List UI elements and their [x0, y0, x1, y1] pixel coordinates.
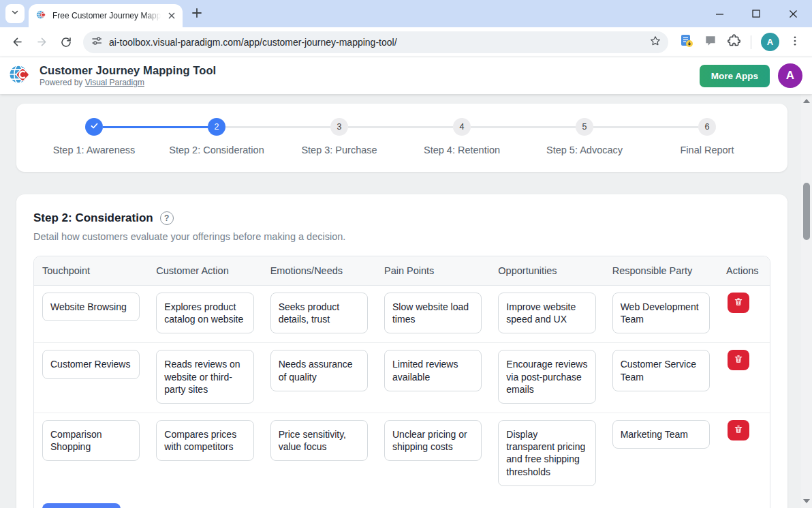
- touchpoint-input[interactable]: Customer Reviews: [42, 350, 140, 378]
- extensions-puzzle-icon[interactable]: [727, 33, 741, 50]
- emotions-needs-input[interactable]: Needs assurance of quality: [270, 350, 368, 391]
- section-description: Detail how customers evaluate your offer…: [33, 231, 770, 242]
- toolbar-extensions: A: [675, 33, 805, 51]
- customer-action-input[interactable]: Explores product catalog on website: [156, 293, 253, 333]
- bookmark-star-icon[interactable]: [649, 35, 661, 50]
- new-tab-button[interactable]: [188, 4, 206, 22]
- user-avatar[interactable]: A: [778, 63, 802, 88]
- help-icon[interactable]: ?: [160, 211, 174, 225]
- step-5-circle[interactable]: 5: [576, 118, 593, 136]
- column-header-emotions-needs: Emotions/Needs: [262, 256, 376, 285]
- column-header-responsible-party: Responsible Party: [604, 256, 718, 285]
- browser-titlebar: Free Customer Journey Mapping: [0, 0, 812, 27]
- pain-points-input[interactable]: Slow website load times: [384, 293, 482, 333]
- journey-table: Touchpoint Customer Action Emotions/Need…: [33, 256, 770, 508]
- opportunities-input[interactable]: Improve website speed and UX: [498, 293, 595, 333]
- check-icon: [90, 121, 99, 132]
- scrollbar-thumb[interactable]: [803, 183, 810, 240]
- toolbar-separator: [751, 35, 751, 49]
- window-close-icon[interactable]: [785, 5, 801, 22]
- emotions-needs-input[interactable]: Price sensitivity, value focus: [270, 420, 368, 461]
- pain-points-input[interactable]: Unclear pricing or shipping costs: [384, 420, 482, 461]
- pain-points-input[interactable]: Limited reviews available: [384, 350, 482, 391]
- step-connector-2: [225, 126, 330, 128]
- step-6-circle[interactable]: 6: [698, 118, 716, 136]
- trash-icon: [734, 297, 743, 309]
- step-label-final-report[interactable]: Final Report: [646, 145, 768, 155]
- touchpoint-input[interactable]: Comparison Shopping: [42, 420, 140, 461]
- visual-paradigm-link[interactable]: Visual Paradigm: [85, 78, 144, 87]
- step-connector-1: [103, 126, 208, 128]
- scroll-down-icon[interactable]: [801, 496, 812, 507]
- column-header-actions: Actions: [718, 256, 770, 285]
- trash-icon: [734, 424, 743, 436]
- browser-toolbar: ai-toolbox.visual-paradigm.com/app/custo…: [0, 27, 812, 57]
- step-label-retention[interactable]: Step 4: Retention: [401, 145, 523, 155]
- step-1-circle[interactable]: [85, 118, 103, 136]
- step-label-purchase[interactable]: Step 3: Purchase: [278, 145, 401, 155]
- customer-action-input[interactable]: Reads reviews on website or third-party …: [156, 350, 253, 404]
- window-controls: [711, 0, 807, 27]
- step-connector-3: [348, 126, 453, 128]
- responsible-party-input[interactable]: Web Development Team: [612, 293, 710, 333]
- opportunities-input[interactable]: Encourage reviews via post-purchase emai…: [498, 350, 595, 404]
- minimize-icon[interactable]: [711, 5, 728, 22]
- stepper-card: 2 3 4 5 6 Step 1: Awareness Step 2: Cons…: [16, 104, 787, 172]
- step-2-section: Step 2: Consideration ? Detail how custo…: [16, 194, 787, 508]
- url-bar[interactable]: ai-toolbox.visual-paradigm.com/app/custo…: [83, 31, 668, 53]
- column-header-opportunities: Opportunities: [490, 256, 604, 285]
- step-label-awareness[interactable]: Step 1: Awareness: [33, 145, 155, 155]
- vp-logo-icon: [7, 61, 33, 90]
- table-header-row: Touchpoint Customer Action Emotions/Need…: [34, 256, 770, 286]
- chevron-down-icon: [10, 8, 20, 20]
- site-settings-tune-icon[interactable]: [91, 35, 102, 49]
- scroll-up-icon[interactable]: [801, 95, 812, 106]
- delete-row-button[interactable]: [728, 293, 749, 313]
- column-header-pain-points: Pain Points: [376, 256, 490, 285]
- step-2-circle[interactable]: 2: [208, 118, 225, 136]
- maximize-icon[interactable]: [748, 5, 764, 22]
- reload-icon[interactable]: [56, 32, 76, 53]
- delete-row-button[interactable]: [728, 420, 749, 440]
- app-header: Customer Journey Mapping Tool Powered by…: [0, 57, 812, 94]
- column-header-customer-action: Customer Action: [148, 256, 262, 285]
- opportunities-input[interactable]: Display transparent pricing and free shi…: [498, 420, 595, 486]
- step-label-advocacy[interactable]: Step 5: Advocacy: [523, 145, 646, 155]
- document-download-icon[interactable]: [679, 33, 694, 51]
- step-4-circle[interactable]: 4: [453, 118, 471, 136]
- step-3-circle[interactable]: 3: [330, 118, 348, 136]
- more-apps-button[interactable]: More Apps: [700, 65, 770, 87]
- responsible-party-input[interactable]: Customer Service Team: [612, 350, 710, 391]
- url-text[interactable]: ai-toolbox.visual-paradigm.com/app/custo…: [109, 37, 642, 48]
- step-connector-5: [593, 126, 698, 128]
- chat-bubble-icon[interactable]: [704, 34, 717, 50]
- emotions-needs-input[interactable]: Seeks product details, trust: [270, 293, 368, 333]
- add-row-button[interactable]: + Add Row: [42, 503, 121, 508]
- delete-row-button[interactable]: [728, 350, 749, 370]
- page-viewport: 2 3 4 5 6 Step 1: Awareness Step 2: Cons…: [0, 94, 812, 508]
- back-icon[interactable]: [7, 32, 27, 53]
- page-scrollbar[interactable]: [801, 94, 812, 508]
- table-row: Website Browsing Explores product catalo…: [34, 286, 770, 343]
- trash-icon: [734, 354, 743, 366]
- brand: Customer Journey Mapping Tool Powered by…: [7, 61, 216, 90]
- browser-profile-avatar[interactable]: A: [761, 33, 779, 51]
- page-title: Customer Journey Mapping Tool: [40, 64, 216, 77]
- table-row: Comparison Shopping Compares prices with…: [34, 413, 770, 495]
- step-label-consideration[interactable]: Step 2: Consideration: [155, 145, 278, 155]
- section-title: Step 2: Consideration: [33, 211, 153, 225]
- column-header-touchpoint: Touchpoint: [34, 256, 148, 285]
- browser-tab[interactable]: Free Customer Journey Mapping: [29, 4, 183, 27]
- touchpoint-input[interactable]: Website Browsing: [42, 293, 140, 321]
- powered-by-text: Powered by: [40, 78, 82, 87]
- responsible-party-input[interactable]: Marketing Team: [612, 420, 710, 449]
- favicon-vp-logo-icon: [35, 9, 47, 23]
- customer-action-input[interactable]: Compares prices with competitors: [156, 420, 253, 461]
- table-row: Customer Reviews Reads reviews on websit…: [34, 343, 770, 413]
- stepper-track: 2 3 4 5 6: [16, 118, 787, 136]
- tab-title: Free Customer Journey Mapping: [52, 11, 161, 20]
- tab-search-button[interactable]: [5, 4, 25, 23]
- menu-kebab-icon[interactable]: [789, 35, 801, 50]
- forward-icon[interactable]: [31, 32, 52, 53]
- tab-close-icon[interactable]: [166, 10, 177, 21]
